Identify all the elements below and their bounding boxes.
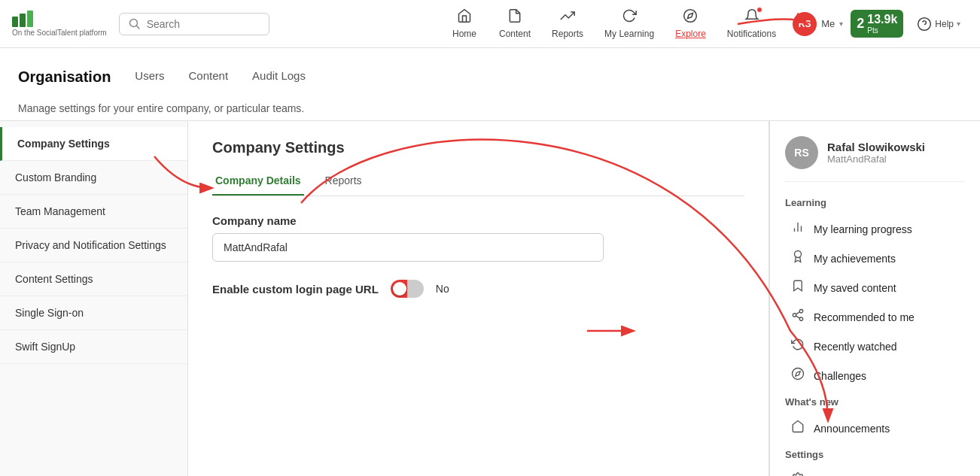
recently-watched-icon [790, 338, 806, 355]
right-panel: RS Rafal Slowikowski MattAndRafal Learni… [769, 121, 980, 476]
notifications-label: Notifications [727, 29, 776, 39]
nav-item-reports[interactable]: Reports [543, 2, 592, 45]
recommended-label: Recommended to me [814, 311, 915, 323]
company-name-input[interactable] [212, 233, 604, 262]
sidebar-item-content-settings[interactable]: Content Settings [0, 262, 187, 296]
right-avatar: RS [785, 136, 818, 169]
svg-point-11 [795, 251, 802, 258]
me-label: Me [821, 18, 835, 29]
svg-point-13 [793, 314, 796, 317]
recently-watched-label: Recently watched [814, 341, 897, 353]
main-area: Company Settings Custom Branding Team Ma… [0, 121, 980, 476]
page-container: Organisation Users Content Audit Logs Ma… [0, 48, 980, 476]
notification-icon [744, 8, 759, 27]
menu-item-recently-watched[interactable]: Recently watched [785, 332, 965, 361]
tab-audit-logs[interactable]: Audit Logs [252, 60, 306, 93]
sidebar-item-company-settings[interactable]: Company Settings [0, 127, 187, 161]
help-nav[interactable]: Help ▾ [909, 11, 968, 38]
nav-item-notifications[interactable]: Notifications [718, 2, 785, 45]
my-settings-icon [790, 472, 806, 476]
sidebar: Company Settings Custom Branding Team Ma… [0, 121, 188, 476]
explore-icon [683, 8, 698, 27]
sidebar-item-team-management[interactable]: Team Management [0, 195, 187, 229]
announcements-icon [790, 420, 806, 437]
search-icon [129, 18, 141, 30]
notification-dot [756, 7, 762, 13]
reports-icon [560, 8, 575, 27]
svg-rect-2 [27, 11, 33, 27]
help-chevron-icon: ▾ [957, 20, 960, 28]
svg-line-15 [796, 316, 799, 318]
points-value: 13.9k [867, 13, 897, 26]
svg-rect-1 [20, 14, 26, 27]
search-input[interactable] [147, 18, 252, 30]
org-header: Organisation Users Content Audit Logs Ma… [0, 48, 980, 121]
right-user-org: MattAndRafal [827, 153, 925, 165]
saved-content-label: My saved content [814, 282, 896, 294]
svg-point-14 [799, 317, 803, 321]
sidebar-item-custom-branding[interactable]: Custom Branding [0, 161, 187, 195]
toggle-switch[interactable] [391, 280, 424, 298]
menu-item-learning-progress[interactable]: My learning progress [785, 214, 965, 244]
nav-item-explore[interactable]: Explore [666, 2, 715, 45]
toggle-track[interactable] [391, 280, 424, 298]
tab-company-details[interactable]: Company Details [212, 168, 304, 196]
sidebar-item-privacy-notification[interactable]: Privacy and Notification Settings [0, 229, 187, 262]
menu-item-saved-content[interactable]: My saved content [785, 273, 965, 302]
menu-item-announcements[interactable]: Announcements [785, 414, 965, 443]
learning-progress-icon [790, 220, 806, 238]
nav-item-home[interactable]: Home [442, 2, 487, 45]
points-label: Pts [867, 26, 897, 35]
points-badge: 2 13.9k Pts [851, 10, 903, 38]
explore-label: Explore [675, 29, 706, 39]
org-subtitle: Manage settings for your entire company,… [18, 93, 962, 120]
toggle-no-label: No [436, 283, 449, 295]
sidebar-item-single-signon[interactable]: Single Sign-on [0, 296, 187, 330]
company-name-group: Company name [212, 214, 744, 262]
my-learning-label: My Learning [604, 29, 654, 39]
menu-item-recommended[interactable]: Recommended to me [785, 302, 965, 332]
challenges-label: Challenges [814, 370, 866, 382]
tab-reports[interactable]: Reports [322, 168, 365, 196]
me-nav[interactable]: RS Me ▾ [785, 6, 851, 42]
content-icon [507, 8, 522, 27]
challenges-icon [790, 367, 806, 384]
points-number-icon: 2 [857, 16, 864, 32]
recommended-icon [790, 308, 806, 326]
nav-item-content[interactable]: Content [490, 2, 540, 45]
menu-item-my-settings[interactable]: My settings [785, 466, 965, 476]
content-title: Company Settings [212, 139, 744, 156]
my-learning-icon [622, 8, 637, 27]
menu-item-challenges[interactable]: Challenges [785, 361, 965, 390]
achievements-icon [790, 250, 806, 267]
nav-item-my-learning[interactable]: My Learning [595, 2, 663, 45]
svg-line-16 [796, 312, 799, 314]
home-icon [457, 8, 472, 27]
content-tabs: Company Details Reports [212, 168, 744, 196]
menu-item-achievements[interactable]: My achievements [785, 244, 965, 273]
saved-content-icon [790, 279, 806, 296]
content-panel: Company Settings Company Details Reports… [188, 121, 769, 476]
svg-marker-18 [796, 371, 800, 376]
logo-icon [12, 11, 33, 27]
toggle-label: Enable custom login page URL [212, 283, 379, 296]
toggle-row: Enable custom login page URL No [212, 280, 744, 298]
right-user-info: Rafal Slowikowski MattAndRafal [827, 141, 925, 165]
nav-items: Home Content Reports [442, 2, 785, 45]
tab-users[interactable]: Users [135, 60, 164, 93]
help-icon [917, 17, 932, 32]
section-title-whats-new: What's new [785, 396, 965, 408]
svg-point-4 [684, 10, 697, 23]
announcements-label: Announcements [814, 423, 890, 435]
svg-point-12 [799, 310, 803, 314]
company-name-label: Company name [212, 214, 744, 227]
home-label: Home [452, 29, 476, 39]
search-box[interactable] [119, 13, 269, 35]
section-title-settings: Settings [785, 449, 965, 460]
content-label: Content [499, 29, 531, 39]
tab-content[interactable]: Content [189, 60, 229, 93]
learning-progress-label: My learning progress [814, 223, 912, 235]
achievements-label: My achievements [814, 253, 896, 265]
sidebar-item-swift-signup[interactable]: Swift SignUp [0, 330, 187, 364]
toggle-thumb [393, 282, 406, 296]
